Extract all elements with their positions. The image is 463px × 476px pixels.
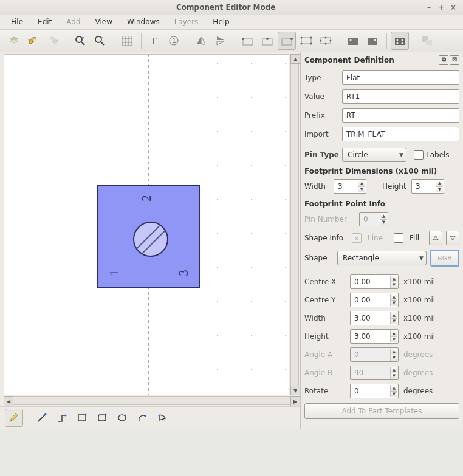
prefix-label: Prefix	[304, 111, 342, 120]
snap6-button[interactable]	[344, 32, 362, 50]
type-input[interactable]: Flat	[342, 70, 459, 85]
move-down-button[interactable]	[446, 231, 459, 245]
text-tool-button[interactable]: T	[145, 32, 163, 50]
menu-view[interactable]: View	[89, 16, 118, 27]
roundrect-tool-button[interactable]	[93, 409, 111, 427]
rgb-button[interactable]: RGB	[430, 250, 459, 267]
scroll-left-button[interactable]: ◀	[4, 396, 13, 406]
line-label: Line	[368, 234, 383, 242]
snap1-button[interactable]	[239, 32, 257, 50]
arc-tool-button[interactable]	[133, 409, 151, 427]
angle-b-input: 90▲▼	[350, 365, 399, 380]
horizontal-scrollbar[interactable]: ◀ ▶	[4, 396, 300, 405]
snap8-button[interactable]	[391, 32, 409, 50]
svg-point-20	[320, 40, 322, 42]
svg-rect-26	[368, 38, 377, 45]
pin-label-1: 1	[108, 270, 122, 276]
merge-button	[418, 32, 436, 50]
angle-b-label: Angle B	[304, 369, 350, 377]
pin-type-select[interactable]: Circle ▼	[342, 148, 406, 162]
panel-undock-button[interactable]: ⧉	[439, 55, 448, 65]
window-close-button[interactable]: ×	[448, 2, 458, 12]
chevron-down-icon: ▼	[419, 255, 424, 261]
scroll-down-button[interactable]: ▼	[290, 386, 300, 395]
menu-file[interactable]: File	[5, 16, 29, 27]
shape-select[interactable]: Rectangle ▼	[337, 251, 427, 265]
centre-x-label: Centre X	[304, 277, 350, 286]
prefix-input[interactable]: RT	[342, 108, 459, 123]
snap7-button[interactable]	[363, 32, 382, 50]
add-to-templates-button[interactable]: Add To Part Templates	[304, 403, 459, 419]
svg-point-13	[290, 38, 293, 40]
draw-toolbar	[0, 406, 300, 429]
polyline-tool-button[interactable]	[53, 409, 71, 427]
snap3-button[interactable]	[278, 32, 296, 50]
svg-point-31	[397, 42, 399, 44]
dim-height-input[interactable]: 3 ▲▼	[411, 179, 444, 194]
centre-x-unit: x100 mil	[403, 277, 435, 286]
flip-v-button[interactable]	[211, 32, 230, 50]
svg-rect-28	[395, 38, 405, 45]
svg-rect-4	[122, 36, 132, 46]
shape-height-unit: x100 mil	[403, 332, 435, 341]
centre-x-input[interactable]: 0.00▲▼	[350, 274, 399, 289]
window-title: Component Editor Mode	[176, 3, 275, 12]
svg-point-17	[301, 43, 303, 45]
line-tool-button[interactable]	[33, 409, 51, 427]
window-maximize-button[interactable]: +	[436, 2, 446, 12]
enumerate-button[interactable]: 1	[165, 32, 183, 50]
menu-edit[interactable]: Edit	[32, 16, 58, 27]
layer-icon	[5, 32, 23, 50]
move-up-button[interactable]	[429, 231, 442, 245]
window-minimize-button[interactable]: –	[424, 2, 434, 12]
snap5-button[interactable]	[317, 32, 335, 50]
svg-point-32	[402, 42, 403, 44]
pie-tool-button[interactable]	[153, 409, 171, 427]
flip-h-button[interactable]	[192, 32, 210, 50]
fill-label: Fill	[410, 234, 419, 242]
zoom-out-button[interactable]: –	[91, 32, 109, 50]
centre-y-input[interactable]: 0.00▲▼	[350, 293, 399, 307]
svg-point-29	[397, 39, 399, 41]
scroll-right-button[interactable]: ▶	[290, 396, 300, 406]
type-label: Type	[304, 73, 342, 82]
labels-checkbox[interactable]	[414, 150, 424, 160]
svg-point-25	[350, 39, 352, 41]
svg-rect-12	[282, 39, 292, 45]
svg-point-36	[65, 415, 67, 416]
shape-height-input[interactable]: 3.00▲▼	[350, 329, 399, 344]
fill-checkbox[interactable]	[394, 233, 403, 243]
angle-a-label: Angle A	[304, 350, 350, 359]
centre-y-label: Centre Y	[304, 296, 350, 304]
scroll-up-button[interactable]: ▲	[290, 54, 300, 64]
rotate-input[interactable]: 0▲▼	[350, 384, 399, 398]
import-label: Import	[304, 130, 342, 138]
dim-width-input[interactable]: 3 ▲▼	[334, 179, 366, 194]
import-input[interactable]: TRIM_FLAT	[342, 127, 459, 141]
vertical-scrollbar[interactable]: ▲ ▼	[290, 54, 299, 395]
grid-button[interactable]	[118, 32, 136, 50]
panel-close-button[interactable]: ⊠	[450, 55, 459, 65]
shape-width-input[interactable]: 3.00▲▼	[350, 311, 399, 325]
svg-point-11	[266, 38, 269, 40]
rect-tool-button[interactable]	[73, 409, 91, 427]
menu-windows[interactable]: Windows	[121, 16, 166, 27]
pencil-tool-button[interactable]	[5, 409, 23, 427]
menu-help[interactable]: Help	[207, 16, 235, 27]
zoom-in-button[interactable]: +	[71, 32, 89, 50]
svg-rect-24	[348, 38, 358, 45]
menu-bar: File Edit Add View Windows Layers Help	[0, 15, 463, 29]
component-shape[interactable]: 1 2 3	[97, 185, 200, 288]
pin-label-3: 3	[177, 270, 191, 276]
shape-width-label: Width	[304, 314, 350, 322]
svg-text:–: –	[100, 35, 103, 40]
labels-label: Labels	[426, 151, 450, 159]
undo-button[interactable]	[24, 32, 43, 50]
snap2-button[interactable]	[258, 32, 276, 50]
snap4-button[interactable]	[297, 32, 315, 50]
ellipse-tool-button[interactable]	[113, 409, 131, 427]
component-circle-icon	[133, 222, 168, 257]
canvas[interactable]: 1 2 3	[4, 54, 289, 395]
svg-point-16	[310, 37, 312, 39]
value-input[interactable]: RT1	[342, 89, 459, 104]
